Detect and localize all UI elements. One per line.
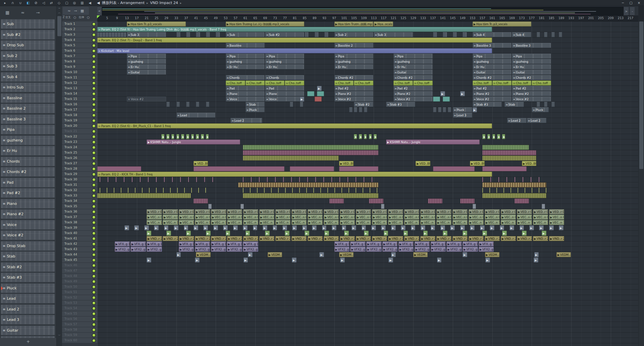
track-header[interactable]: Track 35 <box>62 204 97 209</box>
scrollbar-thumb[interactable] <box>639 21 643 169</box>
track-header[interactable]: Track 26 <box>62 156 97 161</box>
audio-clip[interactable]: ▶VFX..g 14 <box>227 241 242 246</box>
pattern-clip[interactable]: ≡Piano <box>226 91 265 96</box>
track-mute-led[interactable] <box>93 211 95 213</box>
audio-clip[interactable]: ▶ <box>124 225 129 230</box>
audio-clip[interactable]: ▶ <box>223 225 228 230</box>
pattern-clip[interactable] <box>443 107 446 112</box>
pattern-clip[interactable] <box>206 102 209 107</box>
audio-clip[interactable]: ▶ <box>482 134 485 139</box>
audio-clip[interactable]: ▶VEC..n 03 <box>147 215 162 220</box>
audio-clip[interactable]: ▶VEC..n 18 <box>436 220 451 225</box>
audio-clip[interactable]: ▶VEDM..ars <box>556 252 571 257</box>
automation-clip[interactable]: ≈Param. EQ 2 (Slot 7) - Deep2 - Band 1 f… <box>97 38 492 43</box>
pattern-clip[interactable] <box>551 102 555 107</box>
audio-clip[interactable] <box>194 166 284 171</box>
audio-clip[interactable]: ▶VEC..n 03 <box>436 215 451 220</box>
pattern-clip[interactable]: ≡Stab #2 <box>354 102 373 107</box>
audio-clip[interactable]: ▶ <box>319 252 324 257</box>
audio-clip[interactable]: ▶VED..r 01 <box>243 209 258 214</box>
audio-clip[interactable]: ▶ <box>285 231 289 236</box>
track-mute-led[interactable] <box>93 130 95 133</box>
automation-clip[interactable] <box>315 97 322 102</box>
audio-clip[interactable]: ▶VEDM..ars <box>339 252 354 257</box>
audio-clip[interactable]: ▶VFX..g 14 <box>463 241 478 246</box>
track-header[interactable]: Track 38 <box>62 220 97 225</box>
audio-clip[interactable]: ▶ <box>161 134 164 139</box>
audio-clip[interactable]: ▶VEC..n 18 <box>404 220 419 225</box>
audio-clip[interactable]: ▶VEC..n 03 <box>308 215 323 220</box>
audio-clip[interactable]: ▶VFX2..g 5 <box>243 247 258 252</box>
pattern-clip[interactable] <box>537 102 540 107</box>
track-header[interactable]: Track 27 <box>62 161 97 166</box>
track-mute-led[interactable] <box>93 82 95 84</box>
automation-link-icon[interactable]: ⊸ <box>36 10 40 15</box>
track-header[interactable]: Track 13 <box>62 86 97 91</box>
track-header[interactable]: Track 14 <box>62 91 97 97</box>
audio-clip[interactable] <box>100 177 218 182</box>
track-mute-led[interactable] <box>93 135 95 138</box>
pattern-clip[interactable]: ≡Voice #2 <box>334 97 374 102</box>
pattern-item[interactable]: ≡Sub #2 <box>1 30 55 40</box>
audio-clip[interactable]: ▶ <box>201 134 204 139</box>
audio-clip[interactable]: ▶ <box>460 225 465 230</box>
track-header[interactable]: Track 37 <box>62 215 97 220</box>
audio-clip[interactable]: ▶ <box>401 225 406 230</box>
track-mute-led[interactable] <box>93 39 95 42</box>
pattern-clip[interactable]: ≡Piano #2 <box>334 91 374 96</box>
audio-clip[interactable] <box>369 198 383 204</box>
pattern-clip[interactable] <box>349 107 353 112</box>
pattern-clip[interactable]: ≡Er Hu <box>473 64 512 69</box>
audio-clip[interactable]: ▶VED..r 01 <box>179 209 194 214</box>
audio-clip[interactable]: ▶VEC..n 18 <box>388 220 403 225</box>
audio-clip[interactable]: ▶VFX2..g 5 <box>227 247 242 252</box>
track-header[interactable]: Track 29 <box>62 172 97 177</box>
magnet-icon[interactable]: ∪ <box>18 1 23 5</box>
headphones-icon[interactable]: ∩ <box>10 1 15 5</box>
audio-clip[interactable] <box>460 198 475 204</box>
pattern-clip[interactable] <box>176 102 180 107</box>
audio-clip[interactable] <box>238 182 379 187</box>
audio-clip[interactable] <box>329 198 344 204</box>
audio-clip[interactable]: ▶VFX2..g 5 <box>463 247 478 252</box>
audio-clip[interactable]: ▶ <box>203 225 208 230</box>
audio-clip[interactable] <box>515 198 529 204</box>
track-mute-led[interactable] <box>93 312 95 315</box>
audio-clip[interactable]: ▶ <box>344 231 349 236</box>
track-mute-led[interactable] <box>93 286 95 288</box>
audio-clip[interactable] <box>482 166 526 171</box>
audio-clip[interactable]: ▶ <box>332 225 336 230</box>
pattern-item[interactable]: ≡Bassline 3 <box>1 114 55 124</box>
audio-clip[interactable]: ▶VEC..n 18 <box>227 220 242 225</box>
audio-clip[interactable]: ▶VEC..n 18 <box>147 220 162 225</box>
pattern-item[interactable]: ≡Er Hu <box>1 146 55 156</box>
audio-clip[interactable]: ▶ <box>391 252 396 257</box>
audio-clip[interactable]: ▶ <box>248 252 253 257</box>
audio-clip[interactable]: ▶VND..r 29 <box>549 236 564 241</box>
automation-clip[interactable]: ≈Param. EQ 2 (Slot 9) - Họa tâm Trương L… <box>97 27 492 32</box>
pattern-clip[interactable]: ≡Pipa <box>512 54 551 59</box>
restore-button[interactable]: ▢ <box>627 1 635 5</box>
pattern-item[interactable]: ≡Chords #2 <box>1 167 55 177</box>
audio-clip[interactable]: ▶VND..r 29 <box>533 236 548 241</box>
audio-clip[interactable]: ▶VED..r 01 <box>469 209 484 214</box>
paint-icon[interactable]: ◧ <box>26 1 31 5</box>
track-mute-led[interactable] <box>93 119 95 122</box>
audio-clip[interactable]: ▶VEC..n 18 <box>356 220 371 225</box>
wave-icon[interactable]: ≈ <box>21 10 24 15</box>
track-mute-led[interactable] <box>93 264 95 267</box>
audio-clip[interactable]: ▶VEDM..ars <box>485 252 499 257</box>
playlist-grid[interactable]: ▶Họa tâm Tr..p3_vocals▶Họa tâm Trương Lư… <box>97 21 638 346</box>
track-header[interactable]: Track 6 <box>62 48 97 54</box>
audio-clip[interactable]: ▶VFX2..g 5 <box>415 247 430 252</box>
track-mute-led[interactable] <box>93 178 95 181</box>
audio-clip[interactable]: ▶VFX2..g 5 <box>398 247 414 252</box>
minus-button[interactable]: - <box>630 7 635 15</box>
pattern-item[interactable]: ≡guzheng <box>1 135 55 145</box>
audio-clip[interactable]: ▶VFX..g 14 <box>382 241 397 246</box>
audio-clip[interactable]: ▶ <box>542 231 546 236</box>
audio-clip[interactable] <box>482 193 546 198</box>
pattern-clip[interactable]: ≡Stab #3 <box>473 102 502 107</box>
audio-clip[interactable]: ▶ <box>164 225 169 230</box>
audio-clip[interactable]: ▶VND..r 29 <box>324 236 339 241</box>
